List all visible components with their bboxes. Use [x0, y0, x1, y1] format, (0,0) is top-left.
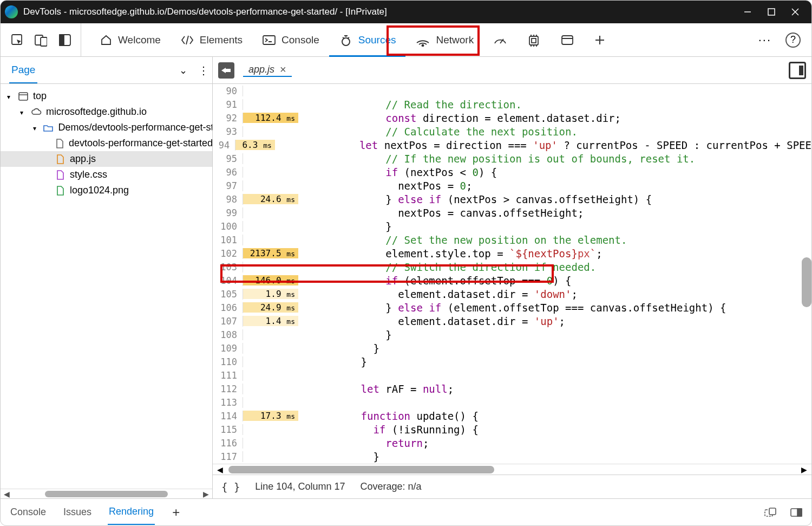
- expander-icon[interactable]: [20, 106, 27, 118]
- svg-rect-36: [797, 509, 802, 516]
- drawer-add-button[interactable]: +: [172, 505, 180, 520]
- drawer-tab-rendering[interactable]: Rendering: [108, 499, 155, 525]
- svg-line-14: [348, 37, 349, 38]
- code-line[interactable]: 111: [213, 368, 811, 382]
- code-line[interactable]: 96 if (nextPos < 0) {: [213, 165, 811, 179]
- expander-icon[interactable]: [33, 122, 38, 133]
- code-line[interactable]: 103 // Switch the direction if needed.: [213, 260, 811, 274]
- code-line[interactable]: 115 if (!isRunning) {: [213, 423, 811, 436]
- code-line[interactable]: 91 // Read the direction.: [213, 98, 811, 111]
- help-icon[interactable]: ?: [785, 33, 801, 48]
- code-line[interactable]: 95 // If the new position is out of boun…: [213, 152, 811, 165]
- code-line[interactable]: 108 }: [213, 328, 811, 341]
- svg-line-9: [186, 36, 188, 44]
- svg-rect-20: [532, 38, 536, 43]
- code-line[interactable]: 97 nextPos = 0;: [213, 179, 811, 192]
- js-file-icon: [55, 154, 66, 165]
- svg-rect-34: [769, 508, 776, 515]
- tab-memory[interactable]: [517, 23, 551, 57]
- tree-domain[interactable]: microsoftedge.github.io: [1, 104, 212, 120]
- close-button[interactable]: [790, 7, 801, 17]
- window-title: DevTools - microsoftedge.github.io/Demos…: [23, 7, 387, 17]
- tree-file-html[interactable]: devtools-performance-get-started/: [1, 135, 212, 151]
- svg-rect-27: [562, 36, 573, 44]
- navigator-sidebar: top microsoftedge.github.io Demos/devtoo…: [1, 84, 213, 498]
- css-file-icon: [55, 170, 66, 180]
- page-more-icon[interactable]: ⋮: [198, 64, 209, 77]
- svg-rect-6: [41, 37, 47, 46]
- code-line[interactable]: 90: [213, 84, 811, 98]
- svg-rect-1: [768, 9, 775, 15]
- code-line[interactable]: 109 }: [213, 341, 811, 355]
- svg-line-13: [343, 37, 344, 38]
- pretty-print-button[interactable]: { }: [221, 481, 240, 493]
- sidebar-scrollbar[interactable]: ◀ ▶: [1, 489, 212, 498]
- svg-rect-10: [263, 36, 275, 44]
- dock-icon[interactable]: [58, 34, 71, 47]
- code-line[interactable]: 99 nextPos = canvas.offsetHeight;: [213, 206, 811, 219]
- maximize-button[interactable]: [766, 7, 777, 17]
- tab-performance[interactable]: [483, 23, 517, 57]
- drawer-icon-2[interactable]: [790, 507, 803, 518]
- tab-sources[interactable]: Sources: [329, 23, 406, 57]
- tree-top[interactable]: top: [1, 88, 212, 104]
- code-line[interactable]: 93 // Calculate the next position.: [213, 125, 811, 138]
- svg-point-17: [422, 44, 424, 46]
- edge-icon: [5, 5, 18, 18]
- code-line[interactable]: 1051.9 ms element.dataset.dir = 'down';: [213, 287, 811, 301]
- code-line[interactable]: 92112.4 ms const direction = element.dat…: [213, 111, 811, 125]
- tab-network[interactable]: Network: [405, 23, 483, 57]
- code-line[interactable]: 113: [213, 395, 811, 409]
- code-line[interactable]: 10624.9 ms } else if (element.offsetTop …: [213, 301, 811, 314]
- code-line[interactable]: 112 let rAF = null;: [213, 382, 811, 395]
- editor-hscrollbar[interactable]: ◀ ▶: [213, 464, 811, 475]
- code-line[interactable]: 1071.4 ms element.dataset.dir = 'up';: [213, 314, 811, 328]
- editor-vscrollbar[interactable]: [802, 257, 811, 307]
- code-line[interactable]: 101 // Set the new position on the eleme…: [213, 233, 811, 246]
- navigator-toggle-icon[interactable]: [218, 62, 234, 79]
- page-tab[interactable]: Page: [9, 57, 37, 83]
- main-tab-bar: Welcome Elements Console Sources Network: [1, 23, 811, 57]
- code-line[interactable]: 110 }: [213, 355, 811, 368]
- add-tab-button[interactable]: [584, 23, 615, 57]
- code-line[interactable]: 9824.6 ms } else if (nextPos > canvas.of…: [213, 192, 811, 206]
- debugger-toggle-icon[interactable]: [789, 62, 806, 79]
- editor-statusbar: { } Line 104, Column 17 Coverage: n/a: [213, 475, 811, 498]
- tab-application[interactable]: [551, 23, 584, 57]
- code-editor[interactable]: 9091 // Read the direction.92112.4 ms co…: [213, 84, 811, 464]
- image-file-icon: [55, 185, 66, 196]
- frame-icon: [18, 91, 29, 102]
- code-line[interactable]: 116 return;: [213, 436, 811, 450]
- tree-file-css[interactable]: style.css: [1, 167, 212, 183]
- drawer-tab-console[interactable]: Console: [9, 500, 47, 524]
- coverage-status: Coverage: n/a: [360, 481, 421, 492]
- tab-elements[interactable]: Elements: [171, 23, 252, 57]
- code-line[interactable]: 117 }: [213, 450, 811, 463]
- file-tab-appjs[interactable]: app.js ×: [243, 63, 292, 77]
- expander-icon[interactable]: [7, 90, 14, 102]
- tab-welcome[interactable]: Welcome: [90, 23, 171, 57]
- drawer-tab-issues[interactable]: Issues: [62, 500, 93, 524]
- cursor-position: Line 104, Column 17: [255, 481, 345, 492]
- code-line[interactable]: 11417.3 ms function update() {: [213, 409, 811, 423]
- tree-file-png[interactable]: logo1024.png: [1, 183, 212, 198]
- svg-point-12: [342, 38, 350, 46]
- drawer-icon-1[interactable]: [764, 507, 777, 518]
- tree-file-js[interactable]: app.js: [1, 151, 212, 167]
- code-line[interactable]: 946.3 ms let nextPos = direction === 'up…: [213, 138, 811, 152]
- tab-console[interactable]: Console: [252, 23, 329, 57]
- file-icon: [55, 138, 64, 149]
- minimize-button[interactable]: [742, 7, 753, 17]
- device-toggle-icon[interactable]: [34, 34, 47, 47]
- code-line[interactable]: 1022137.5 ms element.style.top = `${next…: [213, 246, 811, 260]
- page-dropdown-icon[interactable]: ⌄: [179, 64, 187, 76]
- more-menu-icon[interactable]: ···: [753, 33, 777, 47]
- inspect-icon[interactable]: [10, 34, 23, 47]
- drawer: Console Issues Rendering +: [1, 498, 811, 525]
- cloud-icon: [31, 107, 42, 118]
- titlebar: DevTools - microsoftedge.github.io/Demos…: [1, 1, 811, 23]
- tree-folder[interactable]: Demos/devtools-performance-get-started: [1, 120, 212, 135]
- close-file-icon[interactable]: ×: [280, 63, 286, 76]
- code-line[interactable]: 104146.0 ms if (element.offsetTop === 0)…: [213, 274, 811, 287]
- code-line[interactable]: 100 }: [213, 219, 811, 233]
